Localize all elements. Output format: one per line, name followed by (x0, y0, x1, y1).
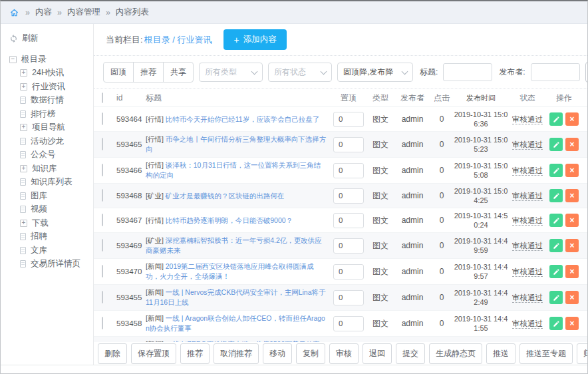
header-operations: 操作 (546, 93, 582, 104)
sidebar-item[interactable]: 交易所详情页 (9, 258, 93, 272)
minus-box-icon[interactable]: − (9, 56, 17, 63)
publisher-filter-input[interactable] (531, 63, 580, 81)
home-icon[interactable] (9, 8, 19, 17)
row-title-link[interactable]: 比特币今天开始你已经11岁，应该学会自己拉盘了 (166, 115, 319, 123)
sidebar-item[interactable]: +知识库 (9, 162, 93, 176)
delete-button[interactable]: × (565, 164, 579, 177)
top-order-input[interactable] (333, 316, 364, 331)
breadcrumb-item[interactable]: 内容管理 (67, 7, 100, 18)
type-select[interactable]: 所有类型 (199, 63, 263, 82)
bulk-action-button[interactable]: 保存置顶 (131, 343, 176, 364)
breadcrumb-item[interactable]: 内容 (35, 7, 52, 18)
edit-button[interactable] (549, 265, 563, 278)
status-select[interactable]: 所有状态 (268, 63, 332, 82)
delete-button[interactable]: × (565, 138, 579, 151)
edit-button[interactable] (549, 214, 563, 227)
sidebar-item[interactable]: 招聘 (9, 230, 93, 244)
add-content-button[interactable]: + 添加内容 (223, 29, 286, 50)
top-order-input[interactable] (333, 213, 364, 228)
row-checkbox[interactable] (102, 112, 103, 125)
row-clicks: 0 (430, 191, 453, 200)
select-all-checkbox[interactable] (102, 93, 103, 103)
edit-button[interactable] (549, 317, 563, 330)
delete-button[interactable]: × (565, 265, 579, 278)
top-order-input[interactable] (333, 188, 364, 204)
delete-button[interactable]: × (565, 317, 579, 330)
bulk-action-button[interactable]: 复制 (296, 343, 325, 364)
bulk-action-button[interactable]: 推荐 (180, 343, 210, 364)
row-checkbox[interactable] (102, 164, 103, 176)
sidebar-item[interactable]: 知识库列表 (9, 176, 93, 190)
bulk-action-button[interactable]: 移动 (263, 343, 292, 364)
row-checkbox[interactable] (102, 291, 103, 303)
row-checkbox[interactable] (102, 265, 103, 278)
top-order-input[interactable] (333, 112, 364, 127)
filter-button[interactable]: 推荐 (133, 62, 164, 83)
plus-box-icon[interactable]: + (20, 220, 27, 227)
sidebar-item[interactable]: +下载 (9, 216, 93, 230)
plus-box-icon[interactable]: + (20, 165, 27, 172)
bulk-action-button[interactable]: 推送至专题 (519, 343, 573, 364)
edit-button[interactable] (549, 138, 563, 151)
delete-button[interactable]: × (565, 239, 579, 252)
plus-box-icon[interactable]: + (20, 69, 27, 77)
filter-button[interactable]: 固顶 (103, 62, 134, 83)
sort-select[interactable]: 固顶降,发布降 (337, 63, 413, 82)
filter-button[interactable]: 共享 (163, 62, 194, 83)
bulk-action-button[interactable]: 归档 (577, 343, 588, 364)
bulk-action-button[interactable]: 生成静态页 (429, 343, 482, 364)
sidebar-item[interactable]: 活动沙龙 (9, 134, 93, 148)
sidebar-item[interactable]: −根目录 (9, 53, 93, 67)
row-checkbox[interactable] (102, 214, 103, 226)
sidebar-item[interactable]: 图库 (9, 189, 93, 203)
row-checkbox[interactable] (102, 138, 103, 150)
bulk-action-button[interactable]: 提交 (396, 343, 425, 364)
plus-box-icon[interactable]: + (20, 83, 27, 91)
sidebar-item[interactable]: +24H快讯 (9, 67, 93, 81)
delete-button[interactable]: × (565, 291, 579, 304)
current-column-path[interactable]: 根目录 / 行业资讯 (144, 34, 212, 46)
top-order-input[interactable] (333, 264, 364, 280)
row-title-link[interactable]: 币争之地丨午间行情分析三角整理大概率向下选择方向 (146, 135, 326, 153)
sidebar-item[interactable]: 数据行情 (9, 94, 93, 108)
edit-button[interactable] (549, 189, 563, 202)
bulk-action-button[interactable]: 删除 (98, 343, 127, 364)
top-order-input[interactable] (333, 137, 364, 152)
bulk-action-button[interactable]: 推送 (486, 343, 515, 364)
row-title-link[interactable]: 矿业才是最赚钱的？区块链的出路何在 (166, 192, 285, 200)
row-clicks: 0 (430, 216, 453, 225)
delete-button[interactable]: × (565, 214, 579, 227)
refresh-button[interactable]: 刷新 (9, 33, 93, 44)
row-title-link[interactable]: 一线 | Aragon联合创始人卸任CEO，转而担任Aragon协会执行董事 (146, 314, 325, 332)
row-title-link[interactable]: 一线 | Nervos完成CKB代码安全审计，主网Lina将于11月16日上线 (146, 288, 326, 306)
title-filter-input[interactable] (443, 63, 492, 81)
sidebar-item[interactable]: +行业资讯 (9, 80, 93, 94)
row-title-link[interactable]: 2019第二届西安区块链落地应用峰会取得圆满成功，火力全开，全场爆满！ (146, 262, 314, 280)
breadcrumb-item[interactable]: 内容列表 (116, 7, 149, 18)
edit-button[interactable] (549, 164, 563, 177)
delete-button[interactable]: × (565, 189, 579, 202)
top-order-input[interactable] (333, 238, 364, 254)
bulk-action-button[interactable]: 退回 (363, 343, 392, 364)
sidebar-item[interactable]: +项目导航 (9, 121, 93, 135)
bulk-action-button[interactable]: 取消推荐 (214, 343, 259, 364)
sidebar-item[interactable]: 文库 (9, 244, 93, 258)
edit-button[interactable] (549, 291, 563, 304)
edit-button[interactable] (549, 239, 563, 252)
row-checkbox[interactable] (102, 189, 103, 202)
search-button[interactable]: 查询 (585, 62, 588, 83)
bulk-action-button[interactable]: 审核 (329, 343, 359, 364)
row-checkbox[interactable] (102, 317, 103, 329)
top-order-input[interactable] (333, 163, 364, 178)
row-title-link[interactable]: 深挖嘉楠耘智招股书：近一年亏损4.2亿，更改供应商豪赌未来 (146, 236, 322, 254)
top-order-input[interactable] (333, 290, 364, 305)
edit-button[interactable] (549, 112, 563, 126)
delete-button[interactable]: × (565, 112, 579, 126)
sidebar-item[interactable]: 视频 (9, 203, 93, 217)
plus-box-icon[interactable]: + (20, 124, 27, 131)
row-title-link[interactable]: 比特币趋势逐渐明朗，今日能否破9000？ (166, 216, 293, 224)
sidebar-item[interactable]: 排行榜 (9, 107, 93, 121)
row-title-link[interactable]: 谈泽秋：10月31日行情，这一位置将关系到三角结构的定向 (146, 161, 321, 179)
sidebar-item[interactable]: 公众号 (9, 148, 93, 162)
row-checkbox[interactable] (102, 239, 103, 252)
